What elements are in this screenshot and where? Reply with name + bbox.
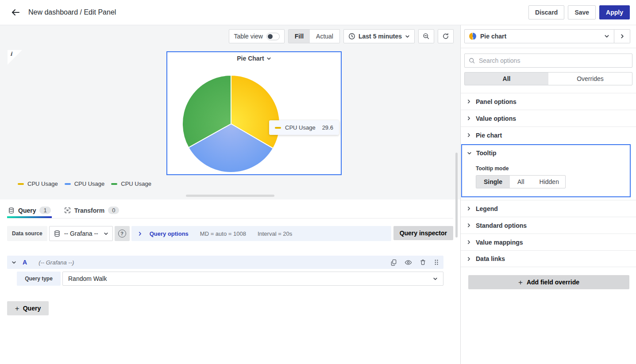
query-ref-id: A (23, 259, 27, 266)
datasource-help-button[interactable]: ? (115, 226, 130, 241)
hide-query-button[interactable] (405, 259, 412, 266)
info-icon: i (10, 51, 12, 57)
legend-item[interactable]: CPU Usage (111, 180, 151, 187)
query-type-select[interactable]: Random Walk (62, 272, 443, 286)
workspace: Table view Fill Actual Last 5 minutes (0, 25, 636, 364)
actual-option[interactable]: Actual (310, 30, 339, 43)
query-tabs: Query 1 Transform 0 (7, 204, 453, 218)
tooltip-mode-label: Tooltip mode (476, 165, 630, 172)
query-type-row: Query type Random Walk (7, 272, 443, 286)
datasource-value: -- Grafana -- (64, 230, 100, 237)
options-search-input[interactable] (479, 57, 628, 64)
discard-button[interactable]: Discard (528, 5, 564, 19)
table-view-toggle[interactable] (266, 33, 280, 40)
pane-resize-handle[interactable] (186, 195, 274, 197)
chevron-right-icon (466, 223, 471, 228)
section-panel-options[interactable]: Panel options (461, 93, 636, 110)
tooltip-mode-radio-group: Single All Hidden (476, 175, 566, 188)
panel-corner-info[interactable]: i (8, 50, 22, 65)
duplicate-query-button[interactable] (390, 259, 397, 266)
section-pie-chart[interactable]: Pie chart (461, 126, 636, 143)
chevron-down-icon (266, 56, 271, 61)
time-range-label: Last 5 minutes (358, 33, 402, 40)
section-standard-options[interactable]: Standard options (461, 217, 636, 234)
tab-query[interactable]: Query 1 (7, 204, 52, 218)
refresh-button[interactable] (438, 29, 454, 43)
tooltip-series-swatch (275, 127, 281, 129)
query-inspector-button[interactable]: Query inspector (393, 226, 453, 240)
query-row-actions (390, 259, 439, 266)
tab-transform[interactable]: Transform 0 (63, 204, 120, 218)
plus-icon: + (15, 305, 19, 312)
transform-count-badge: 0 (108, 207, 119, 214)
override-button-wrap: + Add field override (461, 267, 636, 289)
chevron-down-icon (104, 231, 108, 236)
query-options-md: MD = auto = 1008 (200, 230, 246, 237)
time-range-picker[interactable]: Last 5 minutes (343, 29, 415, 43)
viz-picker[interactable]: Pie chart (464, 29, 614, 43)
chevron-right-icon (466, 257, 471, 261)
zoom-out-icon (423, 33, 430, 40)
fill-actual-segmented: Fill Actual (288, 29, 340, 43)
save-button[interactable]: Save (568, 5, 596, 19)
legend-label: CPU Usage (121, 180, 151, 187)
delete-query-button[interactable] (420, 259, 426, 266)
drag-handle[interactable] (434, 259, 439, 265)
chevron-down-icon (604, 34, 609, 39)
chevron-right-icon (466, 206, 471, 211)
panel-title-menu[interactable]: Pie Chart (167, 52, 341, 65)
tab-transform-label: Transform (74, 207, 104, 214)
section-tooltip-expanded: Tooltip Tooltip mode Single All Hidden (461, 144, 631, 197)
pie-svg (167, 65, 341, 174)
copy-icon (390, 259, 397, 266)
fill-option[interactable]: Fill (289, 30, 310, 43)
plus-icon: + (518, 279, 523, 286)
chevron-down-icon (467, 151, 472, 156)
legend-item[interactable]: CPU Usage (18, 180, 58, 187)
tooltip-mode-hidden[interactable]: Hidden (532, 176, 566, 188)
options-filter-tabs: All Overrides (464, 72, 632, 85)
chart-legend: CPU Usage CPU Usage CPU Usage (18, 180, 151, 187)
query-options-label: Query options (150, 230, 189, 237)
section-data-links[interactable]: Data links (461, 250, 636, 267)
query-row-header[interactable]: A (-- Grafana --) (7, 256, 443, 269)
chevron-right-icon (466, 116, 471, 121)
refresh-icon (442, 33, 449, 40)
section-value-options[interactable]: Value options (461, 110, 636, 126)
search-icon (469, 57, 475, 64)
zoom-out-button[interactable] (418, 29, 434, 43)
grip-icon (434, 259, 439, 265)
collapse-options-button[interactable] (614, 29, 630, 43)
legend-item[interactable]: CPU Usage (65, 180, 105, 187)
tooltip-mode-single[interactable]: Single (476, 176, 510, 188)
apply-button[interactable]: Apply (599, 5, 630, 19)
transform-icon (64, 207, 71, 214)
filter-tab-overrides[interactable]: Overrides (548, 73, 632, 85)
help-icon: ? (118, 230, 126, 238)
chevron-right-icon (466, 133, 471, 138)
query-options-bar[interactable]: Query options MD = auto = 1008 Interval … (131, 226, 391, 241)
section-legend[interactable]: Legend (461, 200, 636, 217)
datasource-row: Data source -- Grafana -- ? Query option… (7, 226, 453, 241)
add-query-button[interactable]: + Query (7, 301, 49, 315)
query-options-interval: Interval = 20s (258, 230, 292, 237)
chevron-down-icon (433, 276, 438, 281)
main-scrollbar[interactable] (455, 153, 458, 238)
datasource-picker[interactable]: -- Grafana -- (49, 226, 113, 241)
query-editor-area: Query 1 Transform 0 Data source -- Grafa… (0, 199, 460, 315)
viz-picker-value: Pie chart (480, 33, 600, 40)
main-area: Table view Fill Actual Last 5 minutes (0, 25, 460, 364)
pie-chart-panel[interactable]: Pie Chart (166, 51, 342, 175)
section-tooltip-header[interactable]: Tooltip (462, 145, 630, 161)
section-value-mappings[interactable]: Value mappings (461, 234, 636, 250)
filter-tab-all[interactable]: All (465, 73, 548, 85)
legend-label: CPU Usage (74, 180, 105, 187)
options-search[interactable] (464, 54, 632, 68)
panel-title: Pie Chart (237, 55, 264, 62)
table-view-control[interactable]: Table view (229, 29, 284, 43)
top-header: New dashboard / Edit Panel Discard Save … (0, 0, 636, 25)
back-button[interactable] (8, 5, 23, 20)
tooltip-mode-all[interactable]: All (510, 176, 532, 188)
query-type-value: Random Walk (68, 275, 433, 282)
add-field-override-button[interactable]: + Add field override (468, 275, 629, 289)
